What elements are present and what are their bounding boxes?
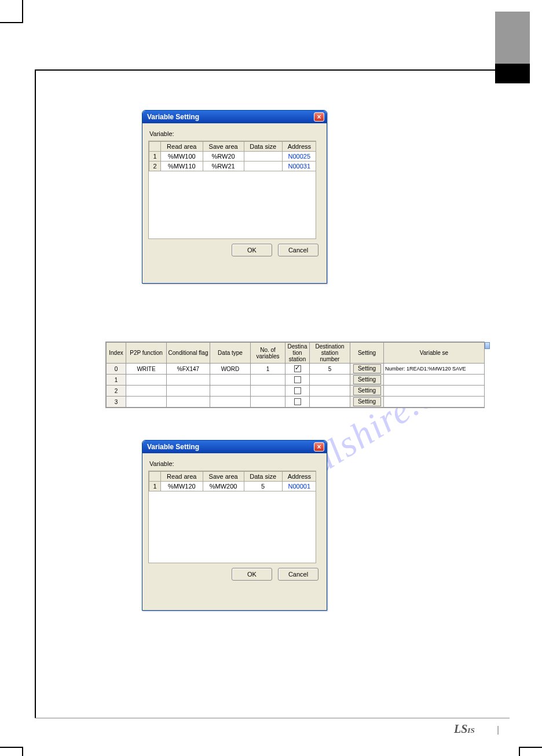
- footer-divider: [35, 718, 510, 718]
- checkbox-icon[interactable]: [294, 365, 301, 372]
- setting-button[interactable]: Setting: [353, 364, 381, 373]
- cell-destnum[interactable]: 5: [310, 364, 350, 375]
- cell-dtype[interactable]: WORD: [210, 364, 251, 375]
- col-blank: [149, 142, 161, 152]
- cell-destnum[interactable]: [310, 397, 350, 408]
- col-size: Data size: [244, 142, 282, 152]
- row-num: 1: [149, 482, 161, 491]
- cancel-button[interactable]: Cancel: [278, 244, 318, 256]
- p2p-table: Index P2P function Conditional flag Data…: [106, 342, 485, 408]
- dialog1-titlebar[interactable]: Variable Setting ×: [142, 111, 327, 123]
- p2p-table-wrap: Index P2P function Conditional flag Data…: [105, 342, 485, 408]
- ok-button[interactable]: OK: [232, 244, 272, 256]
- cell-dest[interactable]: [285, 397, 310, 408]
- col-addr: Address: [282, 472, 316, 482]
- cell-setting: Setting: [350, 386, 384, 397]
- cell-index: 2: [107, 386, 126, 397]
- cell-varset[interactable]: [384, 397, 485, 408]
- cell-varset[interactable]: [384, 375, 485, 386]
- cell-dtype[interactable]: [210, 375, 251, 386]
- col-varset: Variable se: [384, 343, 485, 364]
- table-row[interactable]: 2 %MW110 %RW21 N00031: [149, 162, 317, 171]
- cell-varset[interactable]: [384, 386, 485, 397]
- setting-button[interactable]: Setting: [353, 386, 381, 395]
- cell-setting: Setting: [350, 375, 384, 386]
- dialog1-variable-table: Read area Save area Data size Address 1 …: [149, 141, 316, 171]
- col-setting: Setting: [350, 343, 384, 364]
- cell-func[interactable]: [126, 397, 167, 408]
- footer-pipe: |: [497, 725, 499, 735]
- cell-dest[interactable]: [285, 386, 310, 397]
- cell-save[interactable]: %RW20: [203, 152, 244, 162]
- dialog2-table-area: Read area Save area Data size Address 1 …: [148, 471, 316, 563]
- cell-size[interactable]: [244, 162, 282, 171]
- dialog1-title: Variable Setting: [147, 113, 199, 121]
- cell-save[interactable]: %RW21: [203, 162, 244, 171]
- cancel-button[interactable]: Cancel: [278, 568, 318, 581]
- cell-size[interactable]: [244, 152, 282, 162]
- cell-dtype[interactable]: [210, 386, 251, 397]
- cell-setting: Setting: [350, 397, 384, 408]
- cell-nvars[interactable]: [251, 375, 285, 386]
- close-icon[interactable]: ×: [314, 112, 324, 122]
- checkbox-icon[interactable]: [294, 376, 301, 383]
- ok-button[interactable]: OK: [232, 568, 272, 581]
- close-icon[interactable]: ×: [314, 442, 324, 452]
- cell-varset[interactable]: Number: 1READ1:%MW120 SAVE: [384, 364, 485, 375]
- table-row: 3 Setting: [107, 397, 485, 408]
- dialog1-table-area: Read area Save area Data size Address 1 …: [148, 141, 316, 239]
- dialog2-titlebar[interactable]: Variable Setting ×: [142, 441, 327, 453]
- variable-setting-dialog-2: Variable Setting × Variable: Read area S…: [142, 440, 327, 611]
- cell-nvars[interactable]: [251, 386, 285, 397]
- col-nvars: No. of variables: [251, 343, 285, 364]
- table-row[interactable]: 1 %MW120 %MW200 5 N00001: [149, 482, 317, 491]
- col-addr: Address: [282, 142, 316, 152]
- cell-flag[interactable]: [167, 386, 210, 397]
- cell-index: 1: [107, 375, 126, 386]
- cell-func[interactable]: [126, 375, 167, 386]
- cell-addr[interactable]: N00031: [282, 162, 316, 171]
- cell-dtype[interactable]: [210, 397, 251, 408]
- col-func: P2P function: [126, 343, 167, 364]
- cell-nvars[interactable]: [251, 397, 285, 408]
- cell-func[interactable]: WRITE: [126, 364, 167, 375]
- col-index: Index: [107, 343, 126, 364]
- checkbox-icon[interactable]: [294, 387, 301, 394]
- col-size: Data size: [244, 472, 282, 482]
- cell-flag[interactable]: [167, 375, 210, 386]
- cell-size[interactable]: 5: [244, 482, 282, 491]
- cell-index: 3: [107, 397, 126, 408]
- cell-dest[interactable]: [285, 375, 310, 386]
- cell-read[interactable]: %MW100: [161, 152, 203, 162]
- cell-read[interactable]: %MW120: [161, 482, 203, 491]
- cell-save[interactable]: %MW200: [203, 482, 244, 491]
- cell-read[interactable]: %MW110: [161, 162, 203, 171]
- cell-dest[interactable]: [285, 364, 310, 375]
- cell-destnum[interactable]: [310, 375, 350, 386]
- col-flag: Conditional flag: [167, 343, 210, 364]
- table-row: 0 WRITE %FX147 WORD 1 5 Setting Number: …: [107, 364, 485, 375]
- table-row[interactable]: 1 %MW100 %RW20 N00025: [149, 152, 317, 162]
- page-tab-gray: [495, 12, 530, 64]
- crop-mark-br: [519, 747, 542, 756]
- col-read: Read area: [161, 142, 203, 152]
- cell-func[interactable]: [126, 386, 167, 397]
- cell-flag[interactable]: %FX147: [167, 364, 210, 375]
- cell-nvars[interactable]: 1: [251, 364, 285, 375]
- cell-flag[interactable]: [167, 397, 210, 408]
- cell-index: 0: [107, 364, 126, 375]
- crop-mark-bl: [0, 747, 23, 756]
- cell-addr[interactable]: N00025: [282, 152, 316, 162]
- checkbox-icon[interactable]: [294, 398, 301, 405]
- table-row: 1 Setting: [107, 375, 485, 386]
- row-num: 1: [149, 152, 161, 162]
- scroll-up-icon[interactable]: [485, 342, 490, 349]
- col-dtype: Data type: [210, 343, 251, 364]
- cell-addr[interactable]: N00001: [282, 482, 316, 491]
- variable-label: Variable:: [149, 130, 321, 137]
- variable-label: Variable:: [149, 460, 321, 467]
- setting-button[interactable]: Setting: [353, 375, 381, 384]
- setting-button[interactable]: Setting: [353, 397, 381, 406]
- cell-destnum[interactable]: [310, 386, 350, 397]
- row-num: 2: [149, 162, 161, 171]
